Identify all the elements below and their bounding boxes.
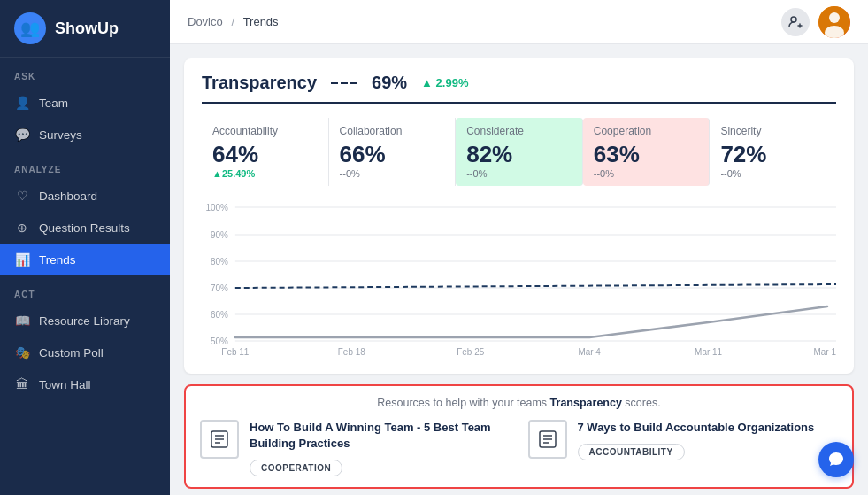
- trend-chart: 100% 90% 80% 70% 60% 50%: [202, 200, 836, 360]
- dash-1: [331, 82, 338, 84]
- metric-considerate-label: Considerate: [466, 125, 572, 137]
- metrics-row: Accountability 64% ▲25.49% Collaboration…: [202, 118, 836, 186]
- dashboard-icon: ♡: [14, 188, 30, 204]
- dash-line: [331, 82, 357, 84]
- user-avatar[interactable]: [818, 6, 850, 38]
- resource-content-0: How To Build A Winning Team - 5 Best Tea…: [250, 420, 511, 476]
- svg-text:90%: 90%: [211, 230, 228, 240]
- chat-fab-button[interactable]: [818, 442, 854, 477]
- transparency-card: Transparency 69% ▲ 2.99% Accountability …: [184, 58, 854, 374]
- sidebar-item-team-label: Team: [39, 97, 68, 110]
- header: Dovico / Trends: [170, 0, 868, 44]
- sidebar-item-resource-library[interactable]: 📖 Resource Library: [0, 305, 170, 336]
- transparency-percentage: 69%: [372, 73, 407, 93]
- arrow-up-icon: ▲: [421, 76, 433, 89]
- breadcrumb-separator: /: [231, 15, 234, 28]
- sidebar-item-surveys-label: Surveys: [39, 128, 82, 142]
- svg-line-16: [235, 284, 836, 288]
- svg-text:50%: 50%: [211, 336, 228, 346]
- sidebar-item-trends-label: Trends: [39, 253, 76, 267]
- svg-text:Feb 25: Feb 25: [457, 347, 484, 357]
- sidebar-item-resource-library-label: Resource Library: [39, 314, 130, 328]
- svg-text:60%: 60%: [211, 310, 228, 320]
- sidebar-item-question-results[interactable]: ⊕ Question Results: [0, 212, 170, 244]
- dash-3: [350, 82, 357, 84]
- svg-text:80%: 80%: [211, 257, 228, 267]
- resources-header-text: Resources to help with your teams: [377, 397, 547, 409]
- sidebar-item-town-hall[interactable]: 🏛 Town Hall: [0, 368, 170, 400]
- question-results-icon: ⊕: [14, 220, 30, 236]
- sidebar-item-dashboard-label: Dashboard: [39, 189, 97, 203]
- breadcrumb-current: Trends: [243, 15, 279, 28]
- app-logo: 👥 ShowUp: [0, 0, 170, 58]
- svg-text:100%: 100%: [205, 203, 228, 213]
- sidebar-item-surveys[interactable]: 💬 Surveys: [0, 119, 170, 151]
- resources-header: Resources to help with your teams Transp…: [200, 397, 838, 409]
- section-label-act: ACT: [0, 275, 170, 305]
- section-label-analyze: ANALYZE: [0, 151, 170, 180]
- resources-items: How To Build A Winning Team - 5 Best Tea…: [200, 420, 838, 476]
- sidebar-section-ask: ASK 👤 Team 💬 Surveys: [0, 58, 170, 151]
- team-icon: 👤: [14, 95, 30, 111]
- sidebar-item-team[interactable]: 👤 Team: [0, 87, 170, 119]
- metric-considerate: Considerate 82% --0%: [456, 118, 583, 186]
- metric-accountability-change: ▲25.49%: [212, 168, 318, 179]
- resources-card: Resources to help with your teams Transp…: [184, 384, 854, 489]
- metric-sincerity-label: Sincerity: [720, 125, 826, 137]
- metric-cooperation-label: Cooperation: [594, 125, 699, 137]
- svg-text:Feb 18: Feb 18: [338, 347, 365, 357]
- metric-collaboration-label: Collaboration: [340, 125, 445, 137]
- metric-sincerity-change: --0%: [720, 168, 826, 179]
- sidebar: 👥 ShowUp ASK 👤 Team 💬 Surveys ANALYZE ♡ …: [0, 0, 170, 495]
- sidebar-item-custom-poll-label: Custom Poll: [39, 346, 104, 360]
- sidebar-section-analyze: ANALYZE ♡ Dashboard ⊕ Question Results 📊…: [0, 151, 170, 275]
- transparency-header: Transparency 69% ▲ 2.99%: [202, 73, 836, 104]
- resource-tag-1[interactable]: ACCOUNTABILITY: [578, 444, 685, 460]
- metric-accountability-label: Accountability: [212, 125, 318, 137]
- town-hall-icon: 🏛: [14, 376, 30, 392]
- resource-item-0: How To Build A Winning Team - 5 Best Tea…: [200, 420, 511, 476]
- surveys-icon: 💬: [14, 127, 30, 143]
- resource-icon-0: [200, 420, 239, 459]
- logo-icon: 👥: [14, 12, 46, 44]
- sidebar-item-question-results-label: Question Results: [39, 221, 130, 235]
- resource-icon-1: [528, 420, 567, 459]
- resource-library-icon: 📖: [14, 313, 30, 329]
- sidebar-item-town-hall-label: Town Hall: [39, 378, 91, 391]
- header-actions: [781, 6, 850, 38]
- dash-2: [341, 82, 348, 84]
- svg-text:Feb 11: Feb 11: [221, 347, 249, 357]
- svg-text:70%: 70%: [211, 283, 228, 293]
- sidebar-item-custom-poll[interactable]: 🎭 Custom Poll: [0, 336, 170, 368]
- metric-accountability: Accountability 64% ▲25.49%: [202, 118, 329, 186]
- add-user-button[interactable]: [781, 8, 810, 36]
- trends-icon: 📊: [14, 251, 30, 267]
- breadcrumb-root: Dovico: [188, 15, 223, 28]
- svg-text:Mar 18: Mar 18: [814, 347, 836, 357]
- transparency-title: Transparency: [202, 73, 317, 93]
- resources-highlighted-word: Transparency: [550, 397, 622, 409]
- svg-text:Mar 11: Mar 11: [695, 347, 722, 357]
- main-content: Dovico / Trends: [170, 0, 868, 495]
- sidebar-item-trends[interactable]: 📊 Trends: [0, 244, 170, 275]
- section-label-ask: ASK: [0, 58, 170, 87]
- metric-collaboration-change: --0%: [340, 168, 445, 179]
- sidebar-item-dashboard[interactable]: ♡ Dashboard: [0, 180, 170, 212]
- chart-svg: 100% 90% 80% 70% 60% 50%: [202, 200, 836, 360]
- metric-collaboration-value: 66%: [340, 141, 445, 168]
- metric-considerate-value: 82%: [466, 141, 572, 168]
- resource-content-1: 7 Ways to Build Accountable Organization…: [578, 420, 839, 460]
- svg-point-2: [829, 12, 840, 23]
- metric-considerate-change: --0%: [466, 168, 572, 179]
- resource-title-0: How To Build A Winning Team - 5 Best Tea…: [250, 420, 511, 452]
- resource-tag-0[interactable]: COOPERATION: [250, 460, 342, 476]
- svg-text:Mar 4: Mar 4: [578, 347, 601, 357]
- breadcrumb: Dovico / Trends: [188, 15, 279, 28]
- page-content: Transparency 69% ▲ 2.99% Accountability …: [170, 44, 868, 495]
- metric-cooperation-value: 63%: [594, 141, 699, 168]
- metric-cooperation: Cooperation 63% --0%: [583, 118, 711, 186]
- metric-accountability-value: 64%: [212, 141, 318, 168]
- transparency-change: ▲ 2.99%: [421, 76, 468, 89]
- sidebar-section-act: ACT 📖 Resource Library 🎭 Custom Poll 🏛 T…: [0, 275, 170, 400]
- metric-sincerity-value: 72%: [720, 141, 826, 168]
